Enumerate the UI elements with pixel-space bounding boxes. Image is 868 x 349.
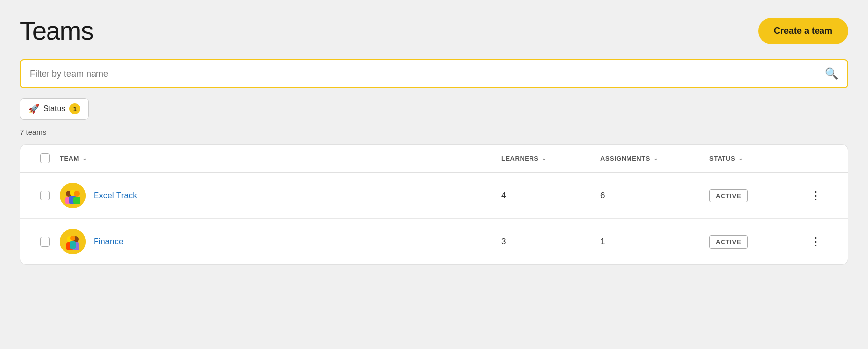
col-header-status-label: STATUS xyxy=(709,155,735,162)
status-badge: ACTIVE xyxy=(709,235,748,249)
team-assignments: 1 xyxy=(600,237,709,247)
search-icon[interactable]: 🔍 xyxy=(825,67,838,80)
status-filter-label: Status xyxy=(43,104,65,113)
status-filter-button[interactable]: 🚀 Status 1 xyxy=(20,98,89,120)
team-learners: 4 xyxy=(501,191,600,200)
col-header-team[interactable]: TEAM ⌄ xyxy=(60,155,501,162)
search-container: 🔍 xyxy=(20,59,848,88)
col-header-status[interactable]: STATUS ⌄ xyxy=(709,155,808,162)
row-checkbox-cell xyxy=(30,237,60,247)
create-team-button[interactable]: Create a team xyxy=(758,18,848,44)
team-avatar xyxy=(60,183,86,208)
chevron-down-icon: ⌄ xyxy=(542,155,547,162)
svg-rect-6 xyxy=(73,197,80,204)
chevron-down-icon: ⌄ xyxy=(82,155,87,162)
team-name-link[interactable]: Excel Track xyxy=(94,191,137,200)
table-row: Finance 3 1 ACTIVE ⋮ xyxy=(20,219,848,264)
select-all-checkbox-cell xyxy=(30,153,60,163)
col-header-team-label: TEAM xyxy=(60,155,79,162)
row-checkbox[interactable] xyxy=(40,237,50,247)
more-actions-cell: ⋮ xyxy=(808,187,838,204)
select-all-checkbox[interactable] xyxy=(40,153,50,163)
team-name-link[interactable]: Finance xyxy=(94,237,123,247)
more-options-button[interactable]: ⋮ xyxy=(808,187,823,204)
team-status-cell: ACTIVE xyxy=(709,235,808,249)
team-avatar xyxy=(60,229,86,254)
page-title: Teams xyxy=(20,16,93,46)
teams-table: TEAM ⌄ LEARNERS ⌄ ASSIGNMENTS ⌄ STATUS ⌄ xyxy=(20,144,848,265)
col-header-assignments-label: ASSIGNMENTS xyxy=(600,155,650,162)
svg-point-5 xyxy=(74,191,80,197)
table-header: TEAM ⌄ LEARNERS ⌄ ASSIGNMENTS ⌄ STATUS ⌄ xyxy=(20,145,848,173)
col-header-learners[interactable]: LEARNERS ⌄ xyxy=(501,155,600,162)
status-badge: ACTIVE xyxy=(709,189,748,202)
chevron-down-icon: ⌄ xyxy=(738,155,743,162)
page-header: Teams Create a team xyxy=(20,16,848,46)
team-info: Finance xyxy=(60,229,501,254)
col-header-learners-label: LEARNERS xyxy=(501,155,539,162)
team-learners: 3 xyxy=(501,237,600,247)
svg-rect-13 xyxy=(70,241,76,249)
svg-point-12 xyxy=(70,236,75,241)
rocket-icon: 🚀 xyxy=(28,103,39,114)
team-info: Excel Track xyxy=(60,183,501,208)
row-checkbox-cell xyxy=(30,191,60,200)
status-filter-badge: 1 xyxy=(69,103,80,114)
search-input[interactable] xyxy=(30,69,825,79)
team-status-cell: ACTIVE xyxy=(709,189,808,202)
teams-count: 7 teams xyxy=(20,128,848,136)
more-actions-cell: ⋮ xyxy=(808,233,838,250)
filter-bar: 🚀 Status 1 xyxy=(20,98,848,120)
table-row: Excel Track 4 6 ACTIVE ⋮ xyxy=(20,173,848,219)
col-header-assignments[interactable]: ASSIGNMENTS ⌄ xyxy=(600,155,709,162)
row-checkbox[interactable] xyxy=(40,191,50,200)
team-assignments: 6 xyxy=(600,191,709,200)
more-options-button[interactable]: ⋮ xyxy=(808,233,823,250)
chevron-down-icon: ⌄ xyxy=(653,155,658,162)
